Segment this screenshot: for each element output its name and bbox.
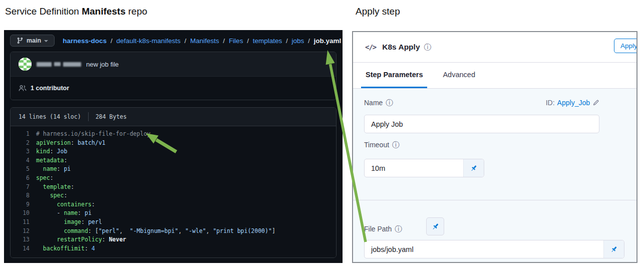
line-number[interactable]: 10 — [11, 209, 36, 218]
filepath-label-row: File Path ⓘ — [364, 220, 402, 237]
line-number[interactable]: 7 — [11, 183, 36, 192]
info-icon[interactable]: ⓘ — [395, 225, 402, 233]
step-id-link[interactable]: Apply_Job — [557, 99, 590, 107]
pin-toggle-button[interactable] — [426, 217, 444, 235]
breadcrumb-link[interactable]: default-k8s-manifests — [116, 37, 180, 45]
line-content: image: perl — [36, 218, 102, 227]
name-label-row: Name ⓘ ID: Apply_Job — [364, 99, 599, 107]
info-icon[interactable]: ⓘ — [424, 44, 432, 51]
breadcrumb-current-file: job.yaml — [313, 37, 341, 45]
step-header: </> K8s Apply ⓘ Apply — [353, 32, 636, 63]
k8s-apply-step-panel: </> K8s Apply ⓘ Apply Step Parameters Ad… — [352, 31, 637, 263]
code-line: 6spec: — [11, 174, 336, 183]
line-content: restartPolicy: Never — [36, 235, 126, 244]
code-line: 1# harness.io/skip-file-for-deploy — [11, 130, 336, 139]
code-line: 5 name: pi — [11, 165, 336, 174]
breadcrumb-link[interactable]: templates — [253, 37, 282, 45]
code-line: 2apiVersion: batch/v1 — [11, 139, 336, 148]
code-line: 10 - name: pi — [11, 209, 336, 218]
line-content: containers: — [36, 200, 95, 209]
line-number[interactable]: 12 — [11, 227, 36, 236]
avatar[interactable] — [19, 58, 32, 71]
commit-message[interactable]: new job file — [86, 61, 119, 68]
line-content: name: pi — [36, 165, 71, 174]
file-meta-bar: 14 lines (14 sloc) 284 Bytes — [11, 108, 336, 126]
line-content: command: ["perl", "-Mbignum=bpi", "-wle"… — [36, 227, 275, 236]
code-line: 8 spec: — [11, 191, 336, 200]
commit-author-redacted — [37, 62, 81, 67]
pin-icon[interactable] — [463, 159, 484, 177]
github-file-header: main harness-docs / default-k8s-manifest… — [4, 30, 343, 51]
code-line: 9 containers: — [11, 200, 336, 209]
code-step-icon: </> — [365, 43, 376, 51]
breadcrumb-link[interactable]: harness-docs — [63, 37, 107, 45]
info-icon[interactable]: ⓘ — [386, 99, 393, 107]
breadcrumb-separator: / — [221, 37, 227, 45]
tab-advanced[interactable]: Advanced — [438, 63, 480, 88]
commit-row: new job file — [11, 52, 336, 76]
meta-divider — [88, 112, 89, 121]
contributors-row: 1 contributor — [11, 76, 336, 100]
line-content: - name: pi — [36, 209, 92, 218]
breadcrumb-separator: / — [183, 37, 188, 45]
name-input[interactable]: Apply Job — [364, 115, 599, 133]
code-line: 7 template: — [11, 183, 336, 192]
edit-pencil-icon[interactable] — [592, 99, 599, 106]
line-number[interactable]: 5 — [11, 165, 36, 174]
git-branch-icon — [17, 37, 24, 44]
line-number[interactable]: 6 — [11, 174, 36, 183]
breadcrumb: harness-docs / default-k8s-manifests / M… — [63, 37, 341, 45]
line-number[interactable]: 2 — [11, 139, 36, 148]
code-line: 3kind: Job — [11, 147, 336, 156]
code-viewer: 1# harness.io/skip-file-for-deploy2apiVe… — [11, 126, 336, 257]
right-panel-title: Apply step — [356, 6, 400, 17]
branch-name-label: main — [27, 37, 41, 44]
line-number[interactable]: 14 — [11, 244, 36, 253]
left-title-prefix: Service Definition — [5, 6, 82, 17]
code-line: 12 command: ["perl", "-Mbignum=bpi", "-w… — [11, 227, 336, 236]
apply-changes-button[interactable]: Apply — [614, 39, 637, 53]
breadcrumb-link[interactable]: Files — [229, 37, 243, 45]
line-content: # harness.io/skip-file-for-deploy — [36, 130, 150, 139]
line-number[interactable]: 1 — [11, 130, 36, 139]
step-parameters-form: Name ⓘ ID: Apply_Job Apply Job Timeout ⓘ… — [353, 89, 636, 262]
file-lines-count: 14 lines (14 sloc) — [19, 113, 81, 120]
breadcrumb-link[interactable]: Manifests — [190, 37, 219, 45]
left-title-bold: Manifests — [82, 6, 126, 17]
timeout-input[interactable]: 10m — [364, 159, 484, 177]
line-number[interactable]: 3 — [11, 147, 36, 156]
code-line: 4metadata: — [11, 156, 336, 165]
file-size: 284 Bytes — [96, 113, 127, 120]
line-number[interactable]: 11 — [11, 218, 36, 227]
filepath-label-text: File Path — [364, 225, 392, 233]
latest-commit-box: new job file 1 contributor — [10, 52, 337, 100]
line-number[interactable]: 13 — [11, 235, 36, 244]
pin-icon[interactable] — [603, 240, 624, 258]
name-label-text: Name — [364, 99, 383, 107]
code-line: 14 backoffLimit: 4 — [11, 244, 336, 253]
timeout-label-text: Timeout — [364, 141, 389, 149]
tab-step-parameters[interactable]: Step Parameters — [361, 63, 427, 88]
branch-selector-button[interactable]: main — [10, 35, 55, 47]
breadcrumb-link[interactable]: jobs — [291, 37, 304, 45]
line-content: template: — [36, 183, 74, 192]
breadcrumb-separator: / — [245, 37, 250, 45]
timeout-field-label: Timeout ⓘ — [364, 141, 400, 149]
timeout-input-value: 10m — [371, 164, 385, 172]
people-icon — [19, 84, 27, 92]
info-icon[interactable]: ⓘ — [392, 141, 400, 149]
line-number[interactable]: 8 — [11, 191, 36, 200]
contributor-count[interactable]: 1 contributor — [31, 85, 69, 92]
id-label: ID: — [546, 99, 555, 107]
line-number[interactable]: 4 — [11, 156, 36, 165]
step-id-block: ID: Apply_Job — [546, 99, 599, 107]
step-title: K8s Apply — [382, 43, 420, 52]
line-content: spec: — [36, 191, 67, 200]
name-input-value: Apply Job — [371, 120, 403, 128]
filepath-input[interactable]: jobs/job.yaml — [364, 240, 624, 258]
line-number[interactable]: 9 — [11, 200, 36, 209]
step-tabs: Step Parameters Advanced — [353, 63, 636, 89]
line-content: kind: Job — [36, 147, 67, 156]
filepath-field-label: File Path ⓘ — [364, 225, 402, 233]
line-content: spec: — [36, 174, 54, 183]
